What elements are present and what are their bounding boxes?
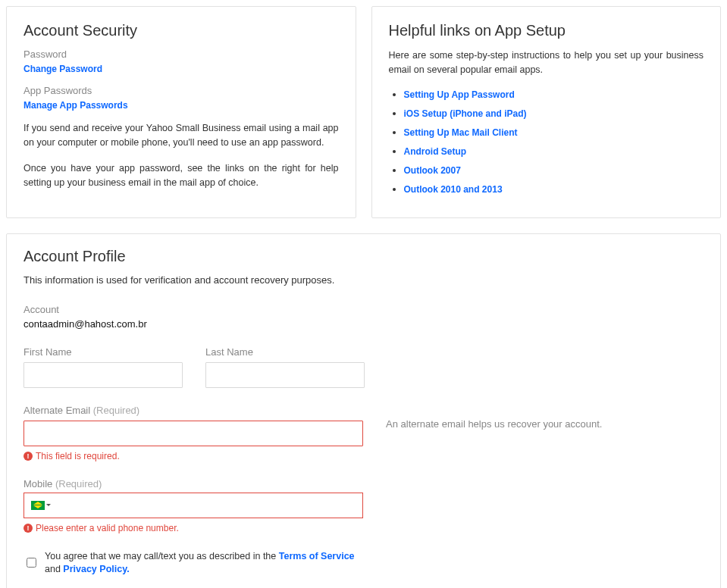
help-link-ios-setup[interactable]: iOS Setup (iPhone and iPad) — [404, 108, 527, 119]
first-name-label: First Name — [24, 346, 183, 358]
mobile-label: Mobile (Required) — [24, 478, 363, 489]
helpful-links-card: Helpful links on App Setup Here are some… — [371, 6, 722, 218]
alternate-email-error: ! This field is required. — [24, 451, 363, 461]
consent-text: You agree that we may call/text you as d… — [45, 550, 372, 577]
country-code-selector[interactable] — [24, 493, 58, 518]
manage-app-passwords-link[interactable]: Manage App Passwords — [24, 100, 128, 111]
mobile-input[interactable] — [58, 493, 362, 518]
profile-title: Account Profile — [24, 248, 703, 265]
security-paragraph-1: If you send and receive your Yahoo Small… — [24, 121, 339, 151]
account-label: Account — [24, 304, 703, 315]
mobile-error: ! Please enter a valid phone number. — [24, 523, 363, 533]
helpful-link-list: Setting Up App Password iOS Setup (iPhon… — [389, 89, 704, 195]
profile-desc: This information is used for verificatio… — [24, 274, 703, 286]
first-name-input[interactable] — [24, 362, 183, 388]
help-link-mac-mail[interactable]: Setting Up Mac Mail Client — [404, 127, 518, 138]
helpful-title: Helpful links on App Setup — [389, 22, 704, 39]
app-passwords-label: App Passwords — [24, 85, 339, 96]
account-security-card: Account Security Password Change Passwor… — [6, 6, 356, 218]
chevron-down-icon — [46, 504, 51, 506]
help-link-outlook-2010-2013[interactable]: Outlook 2010 and 2013 — [404, 184, 503, 195]
password-label: Password — [24, 48, 339, 60]
terms-of-service-link[interactable]: Terms of Service — [279, 550, 355, 564]
last-name-input[interactable] — [205, 362, 365, 388]
error-icon: ! — [24, 452, 33, 461]
help-link-outlook-2007[interactable]: Outlook 2007 — [404, 165, 461, 176]
required-tag: (Required) — [55, 478, 102, 489]
account-profile-card: Account Profile This information is used… — [6, 233, 721, 588]
alternate-email-input[interactable] — [24, 421, 363, 446]
brazil-flag-icon — [31, 501, 45, 510]
security-title: Account Security — [24, 22, 339, 39]
alternate-email-label: Alternate Email (Required) — [24, 405, 363, 416]
error-icon: ! — [24, 524, 33, 533]
alternate-email-help: An alternate email helps us recover your… — [386, 405, 602, 461]
helpful-intro: Here are some step-by-step instructions … — [389, 48, 704, 78]
account-value: contaadmin@hahost.com.br — [24, 318, 147, 330]
help-link-app-password[interactable]: Setting Up App Password — [404, 89, 515, 100]
change-password-link[interactable]: Change Password — [24, 64, 102, 74]
privacy-policy-link[interactable]: Privacy Policy. — [63, 563, 129, 577]
consent-checkbox[interactable] — [27, 551, 36, 574]
last-name-label: Last Name — [205, 346, 365, 358]
security-paragraph-2: Once you have your app password, see the… — [24, 161, 339, 191]
help-link-android-setup[interactable]: Android Setup — [404, 146, 467, 157]
required-tag: (Required) — [93, 405, 139, 416]
